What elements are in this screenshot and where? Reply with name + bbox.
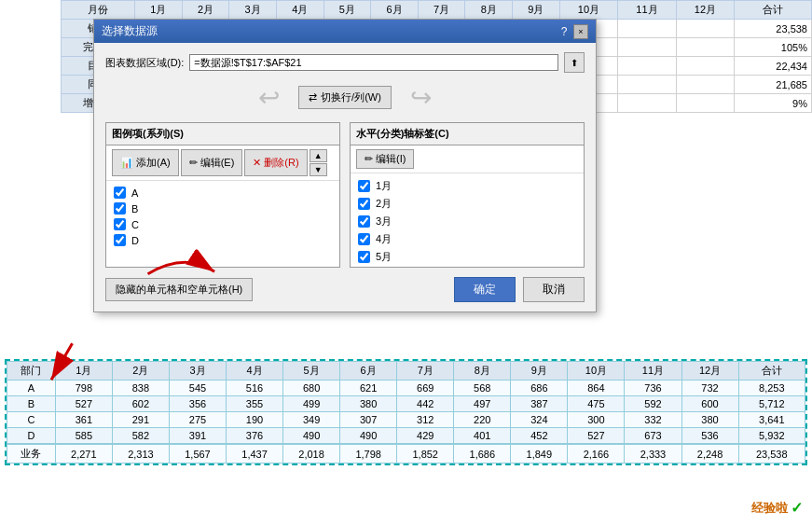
total-row-label: 业务 [7, 444, 56, 464]
axis-panel-toolbar: ✏ 编辑(I) [351, 145, 584, 173]
data-cell: 582 [112, 428, 169, 445]
bt-col-aug: 8月 [454, 362, 511, 381]
data-cell: 391 [169, 428, 226, 445]
series-list-item: A [110, 185, 336, 201]
data-cell: 686 [511, 381, 568, 396]
series-edit-button[interactable]: ✏ 编辑(E) [181, 149, 243, 176]
col-header-feb: 2月 [182, 1, 229, 20]
data-cell: 300 [568, 412, 625, 428]
dialog-cancel-button[interactable]: 取消 [523, 277, 585, 302]
grand-total-cell: 23,538 [738, 444, 805, 464]
data-cell: 602 [112, 396, 169, 412]
bt-col-feb: 2月 [112, 362, 169, 381]
total-cell: 3,641 [738, 412, 805, 428]
data-cell: 490 [283, 428, 340, 445]
col-header-apr: 4月 [276, 1, 323, 20]
series-delete-button[interactable]: ✕ 删除(R) [244, 149, 307, 176]
col-header-jul: 7月 [418, 1, 465, 20]
data-cell: 527 [55, 396, 112, 412]
data-cell: 592 [625, 396, 681, 412]
axis-item-label: 4月 [376, 232, 392, 246]
total-cell: 5,932 [738, 428, 805, 445]
axis-checkbox[interactable] [358, 251, 370, 263]
series-checkbox[interactable] [114, 187, 126, 199]
data-cell: 349 [283, 412, 340, 428]
axis-edit-button[interactable]: ✏ 编辑(I) [356, 149, 414, 169]
switch-icon: ⇄ [309, 91, 317, 104]
bt-col-apr: 4月 [227, 362, 283, 381]
total-sales: 23,538 [735, 20, 812, 38]
series-item-label: C [131, 219, 139, 230]
col-header-aug: 8月 [465, 1, 513, 20]
red-arrow-annotation-2 [33, 336, 89, 398]
bt-col-may: 5月 [283, 362, 340, 381]
bt-col-mar: 3月 [169, 362, 226, 381]
data-cell: 356 [169, 396, 226, 412]
data-cell: 387 [511, 396, 568, 412]
data-cell: 291 [112, 412, 169, 428]
add-icon: 📊 [120, 157, 133, 169]
series-add-button[interactable]: 📊 添加(A) [112, 149, 179, 176]
axis-checkbox[interactable] [358, 215, 370, 228]
col-header-jun: 6月 [371, 1, 419, 20]
data-cell: 680 [283, 381, 340, 396]
data-range-label: 图表数据区域(D): [105, 56, 184, 70]
dialog-close-button[interactable]: × [573, 24, 588, 39]
series-panel-toolbar: 📊 添加(A) ✏ 编辑(E) ✕ 删除(R) ▲ ▼ [106, 145, 339, 181]
series-move-up-button[interactable]: ▲ [310, 149, 327, 162]
axis-list-item: 2月 [354, 195, 580, 213]
switch-row-col-button[interactable]: ⇄ 切换行/列(W) [298, 86, 392, 109]
edit-icon: ✏ [189, 157, 198, 169]
delete-icon: ✕ [253, 157, 261, 169]
dialog-titlebar-buttons: ? × [557, 24, 588, 39]
col-header-jan: 1月 [135, 1, 183, 20]
data-cell: 452 [511, 428, 568, 445]
total-row-cell: 1,686 [454, 444, 511, 464]
axis-checkbox[interactable] [358, 233, 370, 245]
table-row: D5855823913764904904294014525276735365,9… [7, 428, 805, 445]
data-cell: 324 [511, 412, 568, 428]
data-cell: 527 [568, 428, 625, 445]
series-checkbox[interactable] [114, 202, 126, 215]
series-item-label: B [131, 203, 138, 215]
axis-panel-header: 水平(分类)轴标签(C) [351, 123, 584, 145]
data-cell: 475 [568, 396, 625, 412]
axis-item-label: 5月 [376, 250, 392, 264]
data-cell: 442 [397, 396, 454, 412]
data-cell: 838 [112, 381, 169, 396]
axis-checkbox[interactable] [358, 180, 370, 192]
watermark-checkmark: ✓ [791, 499, 803, 517]
data-cell: 401 [454, 428, 511, 445]
switch-area: ↩ ⇄ 切换行/列(W) ↪ [105, 82, 585, 113]
series-move-buttons: ▲ ▼ [310, 149, 327, 176]
axis-checkbox[interactable] [358, 198, 370, 210]
series-panel-header: 图例项(系列)(S) [106, 123, 339, 145]
dialog-action-buttons: 确定 取消 [454, 277, 585, 302]
total-row-cell: 1,849 [511, 444, 568, 464]
total-period: 21,685 [735, 76, 812, 94]
col-header-total: 合计 [735, 1, 812, 20]
bt-col-oct: 10月 [568, 362, 625, 381]
data-cell: 568 [454, 381, 511, 396]
series-checkbox[interactable] [114, 218, 126, 230]
series-move-down-button[interactable]: ▼ [310, 163, 327, 176]
dialog-help-button[interactable]: ? [557, 24, 571, 39]
data-cell: 220 [454, 412, 511, 428]
switch-btn-label: 切换行/列(W) [321, 90, 381, 104]
total-row-cell: 2,018 [283, 444, 340, 464]
series-list: ABCD [106, 181, 339, 256]
data-range-collapse-button[interactable]: ⬆ [564, 52, 585, 73]
series-checkbox[interactable] [114, 234, 126, 246]
axis-item-label: 3月 [376, 215, 392, 228]
total-row-cell: 2,271 [55, 444, 112, 464]
total-row: 业务2,2712,3131,5671,4372,0181,7981,8521,6… [7, 444, 805, 464]
bt-col-jun: 6月 [340, 362, 397, 381]
data-range-input[interactable] [189, 54, 558, 71]
data-cell: 380 [681, 412, 738, 428]
axis-list-item: 3月 [354, 213, 580, 230]
data-cell: 376 [227, 428, 283, 445]
dialog-ok-button[interactable]: 确定 [454, 277, 516, 302]
data-cell: 275 [169, 412, 226, 428]
total-completion: 105% [735, 38, 812, 57]
data-cell: 732 [681, 381, 738, 396]
